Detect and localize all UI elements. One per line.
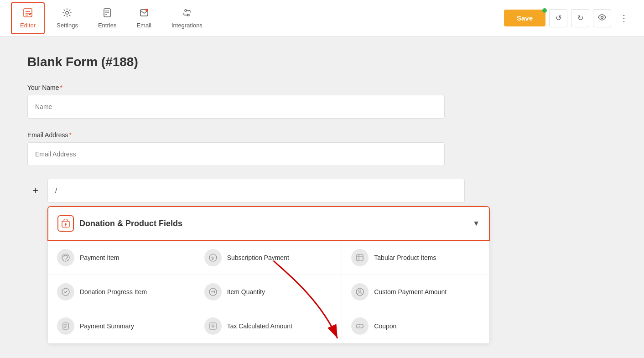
field-item-tax-calculated-amount[interactable]: Tax Calculated Amount: [195, 309, 343, 343]
redo-icon: ↻: [577, 14, 583, 22]
top-nav: Editor Settings Entries: [0, 0, 644, 36]
add-field-button[interactable]: +: [27, 182, 44, 199]
donation-panel-wrapper: Donation & Product Fields ▼ Payment Item: [27, 206, 617, 344]
field-item-subscription-payment[interactable]: $ Subscription Payment: [195, 241, 343, 275]
donation-progress-item-label: Donation Progress Item: [80, 288, 147, 296]
nav-tabs: Editor Settings Entries: [11, 2, 211, 34]
svg-rect-32: [357, 324, 363, 328]
field-item-payment-summary[interactable]: Payment Summary: [48, 309, 195, 343]
editor-tab-label: Editor: [20, 22, 36, 29]
entries-icon: [102, 8, 112, 20]
tab-email[interactable]: Email: [128, 3, 160, 33]
subscription-payment-label: Subscription Payment: [227, 254, 289, 261]
integrations-tab-label: Integrations: [171, 22, 203, 29]
email-address-label: Email Address*: [27, 131, 617, 139]
email-address-group: Email Address*: [27, 131, 617, 166]
donation-progress-item-icon: [57, 283, 74, 301]
svg-rect-16: [357, 254, 363, 261]
chevron-down-icon: ▼: [473, 219, 480, 228]
undo-icon: ↺: [556, 14, 561, 22]
coupon-label: Coupon: [374, 322, 396, 330]
integrations-icon: [182, 8, 192, 20]
svg-point-9: [145, 9, 148, 11]
field-item-payment-item[interactable]: Payment Item: [48, 241, 195, 275]
your-name-group: Your Name*: [27, 84, 617, 119]
tax-calculated-amount-icon: [204, 317, 222, 335]
svg-point-19: [62, 288, 69, 296]
preview-button[interactable]: [593, 9, 611, 27]
svg-point-24: [359, 290, 361, 292]
subscription-payment-icon: $: [204, 249, 222, 266]
field-item-tabular-product-items[interactable]: Tabular Product Items: [342, 241, 489, 275]
custom-payment-amount-icon: [351, 283, 369, 301]
tax-calculated-amount-label: Tax Calculated Amount: [227, 322, 292, 330]
coupon-icon: [351, 317, 369, 335]
item-quantity-icon: [204, 283, 222, 301]
eye-icon: [598, 13, 606, 23]
editor-icon: [23, 8, 33, 20]
donation-panel-title-text: Donation & Product Fields: [79, 219, 182, 228]
custom-payment-amount-label: Custom Payment Amount: [374, 288, 447, 296]
svg-point-4: [66, 11, 68, 14]
tab-integrations[interactable]: Integrations: [163, 3, 211, 33]
payment-summary-label: Payment Summary: [80, 322, 134, 330]
main-content: Blank Form (#188) Your Name* Email Addre…: [0, 36, 644, 358]
svg-text:$: $: [211, 256, 213, 260]
donation-panel-header[interactable]: Donation & Product Fields ▼: [47, 206, 490, 241]
tab-settings[interactable]: Settings: [48, 3, 86, 33]
form-title: Blank Form (#188): [27, 55, 617, 69]
nav-right: Save ↺ ↻ ⋮: [504, 9, 633, 27]
payment-item-icon: [57, 249, 74, 266]
field-item-coupon[interactable]: Coupon: [342, 309, 489, 343]
email-tab-label: Email: [136, 22, 151, 29]
svg-rect-0: [24, 9, 32, 17]
email-icon: [139, 8, 149, 20]
donation-panel-icon: [57, 215, 74, 232]
field-item-item-quantity[interactable]: Item Quantity: [195, 275, 343, 309]
tab-editor[interactable]: Editor: [11, 2, 45, 34]
fields-grid: Payment Item $ Subscription Payment: [47, 241, 490, 344]
donation-panel-title: Donation & Product Fields: [57, 215, 182, 232]
field-item-custom-payment-amount[interactable]: Custom Payment Amount: [342, 275, 489, 309]
your-name-input[interactable]: [27, 95, 445, 119]
undo-button[interactable]: ↺: [549, 9, 567, 27]
redo-button[interactable]: ↻: [571, 9, 589, 27]
email-address-input[interactable]: [27, 142, 445, 166]
settings-icon: [62, 8, 72, 20]
donation-fields-panel: Donation & Product Fields ▼ Payment Item: [47, 206, 490, 344]
payment-item-label: Payment Item: [80, 254, 119, 261]
tabular-product-items-icon: [351, 249, 369, 266]
svg-point-10: [601, 16, 603, 18]
more-options-button[interactable]: ⋮: [615, 9, 633, 27]
slash-row: +: [27, 179, 617, 202]
item-quantity-label: Item Quantity: [227, 288, 265, 296]
online-dot: [542, 8, 547, 13]
field-item-donation-progress-item[interactable]: Donation Progress Item: [48, 275, 195, 309]
your-name-label: Your Name*: [27, 84, 617, 91]
save-button[interactable]: Save: [504, 10, 545, 26]
settings-tab-label: Settings: [57, 22, 78, 29]
entries-tab-label: Entries: [98, 22, 116, 29]
tabular-product-items-label: Tabular Product Items: [374, 254, 436, 261]
slash-input[interactable]: [47, 179, 465, 202]
more-icon: ⋮: [619, 13, 628, 24]
payment-summary-icon: [57, 317, 74, 335]
tab-entries[interactable]: Entries: [90, 3, 125, 33]
